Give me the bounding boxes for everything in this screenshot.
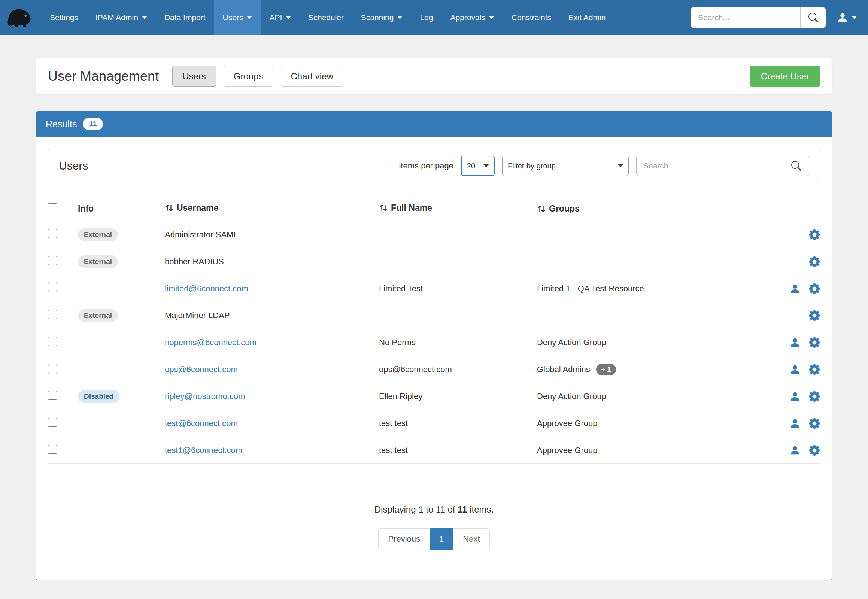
users-table: Info Username Full Name xyxy=(48,197,820,464)
tab-chart-view[interactable]: Chart view xyxy=(281,66,344,87)
extra-groups-badge[interactable]: + 1 xyxy=(596,364,616,375)
caret-down-icon xyxy=(489,16,494,19)
gear-icon[interactable] xyxy=(809,283,820,294)
username-cell[interactable]: test@6connect.com xyxy=(165,418,238,428)
row-checkbox[interactable] xyxy=(48,337,57,346)
status-badge: External xyxy=(78,255,118,268)
toolbar-title: Users xyxy=(59,160,88,172)
nav-item-scanning[interactable]: Scanning xyxy=(353,0,411,35)
results-panel: Results 11 Users items per page 20 Filte… xyxy=(36,111,832,580)
group-filter-select[interactable]: Filter by group... xyxy=(502,156,629,176)
nav-item-label: Settings xyxy=(50,13,78,22)
nav-item-users[interactable]: Users xyxy=(214,0,261,35)
row-checkbox[interactable] xyxy=(48,391,57,400)
nav-item-constraints[interactable]: Constraints xyxy=(503,0,560,35)
row-checkbox[interactable] xyxy=(48,283,57,292)
select-all-checkbox[interactable] xyxy=(48,203,57,212)
items-per-page-value: 20 xyxy=(467,162,475,170)
nav-item-label: Scheduler xyxy=(308,13,344,22)
view-tabs: UsersGroupsChart view xyxy=(172,66,351,87)
nav-item-approvals[interactable]: Approvals xyxy=(442,0,503,35)
status-badge: External xyxy=(78,309,118,322)
create-user-button[interactable]: Create User xyxy=(750,66,820,87)
gear-icon[interactable] xyxy=(809,229,820,240)
groups-cell: Approvee Group xyxy=(537,445,597,455)
nav-item-label: Constraints xyxy=(511,13,551,22)
navbar-search-button[interactable] xyxy=(800,8,826,28)
username-cell: Administrator SAML xyxy=(165,230,238,239)
table-row: limited@6connect.com Limited Test Limite… xyxy=(48,275,820,302)
sort-icon xyxy=(379,203,388,212)
full-name-cell: Ellen Ripley xyxy=(379,391,537,401)
table-row: External MajorMiner LDAP - - xyxy=(48,302,820,329)
sort-icon xyxy=(165,203,174,212)
gear-icon[interactable] xyxy=(809,445,820,456)
groups-cell: - xyxy=(537,230,539,239)
gear-icon[interactable] xyxy=(809,310,820,321)
gear-icon[interactable] xyxy=(809,391,820,402)
row-checkbox[interactable] xyxy=(48,418,57,427)
row-checkbox[interactable] xyxy=(48,310,57,319)
gear-icon[interactable] xyxy=(809,418,820,429)
row-checkbox[interactable] xyxy=(48,229,57,238)
nav-item-log[interactable]: Log xyxy=(411,0,442,35)
username-cell[interactable]: test1@6connect.com xyxy=(165,445,242,455)
page-title: User Management xyxy=(48,69,159,84)
brand-logo[interactable] xyxy=(5,4,35,31)
table-search-button[interactable] xyxy=(783,156,809,176)
full-name-cell: test test xyxy=(379,418,537,428)
mammoth-logo-icon xyxy=(6,6,35,29)
username-column-header[interactable]: Username xyxy=(165,203,218,213)
nav-item-settings[interactable]: Settings xyxy=(41,0,87,35)
user-icon[interactable] xyxy=(790,391,800,402)
full-name-cell: No Perms xyxy=(379,338,537,348)
nav-item-data-import[interactable]: Data Import xyxy=(156,0,214,35)
gear-icon[interactable] xyxy=(809,364,820,375)
nav-item-label: API xyxy=(269,13,282,22)
next-page-button[interactable]: Next xyxy=(453,528,490,550)
user-icon[interactable] xyxy=(790,283,800,294)
tab-groups[interactable]: Groups xyxy=(223,66,273,87)
gear-icon[interactable] xyxy=(809,256,820,267)
user-icon[interactable] xyxy=(790,364,800,375)
groups-cell: Limited 1 - QA Test Resource xyxy=(537,284,644,293)
username-cell: bobber RADIUS xyxy=(165,257,224,266)
tab-users[interactable]: Users xyxy=(172,66,216,87)
row-checkbox[interactable] xyxy=(48,445,57,454)
gear-icon[interactable] xyxy=(809,337,820,348)
username-cell: MajorMiner LDAP xyxy=(165,311,230,320)
row-checkbox[interactable] xyxy=(48,256,57,265)
username-cell[interactable]: ops@6connect.com xyxy=(165,365,238,374)
nav-item-ipam-admin[interactable]: IPAM Admin xyxy=(87,0,156,35)
groups-cell: Deny Action Group xyxy=(537,338,606,348)
previous-page-button[interactable]: Previous xyxy=(378,528,430,550)
username-cell[interactable]: limited@6connect.com xyxy=(165,284,248,293)
nav-item-label: Approvals xyxy=(450,13,485,22)
account-menu[interactable] xyxy=(837,12,857,23)
user-icon[interactable] xyxy=(790,445,800,456)
caret-down-icon xyxy=(397,16,402,19)
results-count-badge: 11 xyxy=(83,117,103,130)
user-icon[interactable] xyxy=(790,418,800,429)
group-filter-value: Filter by group... xyxy=(508,162,562,170)
user-icon[interactable] xyxy=(790,337,800,348)
username-cell[interactable]: ripley@nostromo.com xyxy=(165,391,245,401)
groups-column-header[interactable]: Groups xyxy=(537,204,580,214)
results-panel-header: Results 11 xyxy=(36,111,832,137)
items-per-page-label: items per page xyxy=(399,161,454,171)
table-row: noperms@6connect.com No Perms Deny Actio… xyxy=(48,329,820,356)
nav-item-label: Exit Admin xyxy=(568,13,606,22)
nav-item-exit-admin[interactable]: Exit Admin xyxy=(560,0,614,35)
table-search-input[interactable] xyxy=(636,156,783,176)
navbar-search-input[interactable] xyxy=(691,8,800,28)
pagination-summary: Displaying 1 to 11 of 11 items. xyxy=(48,504,820,515)
table-row: ops@6connect.com ops@6connect.com Global… xyxy=(48,356,820,383)
items-per-page-select[interactable]: 20 xyxy=(461,156,495,176)
nav-item-api[interactable]: API xyxy=(261,0,300,35)
page-1-button[interactable]: 1 xyxy=(429,528,454,550)
nav-item-scheduler[interactable]: Scheduler xyxy=(300,0,353,35)
full-name-column-header[interactable]: Full Name xyxy=(379,203,432,213)
username-cell[interactable]: noperms@6connect.com xyxy=(165,338,256,347)
table-row: test@6connect.com test test Approvee Gro… xyxy=(48,410,820,437)
row-checkbox[interactable] xyxy=(48,364,57,373)
